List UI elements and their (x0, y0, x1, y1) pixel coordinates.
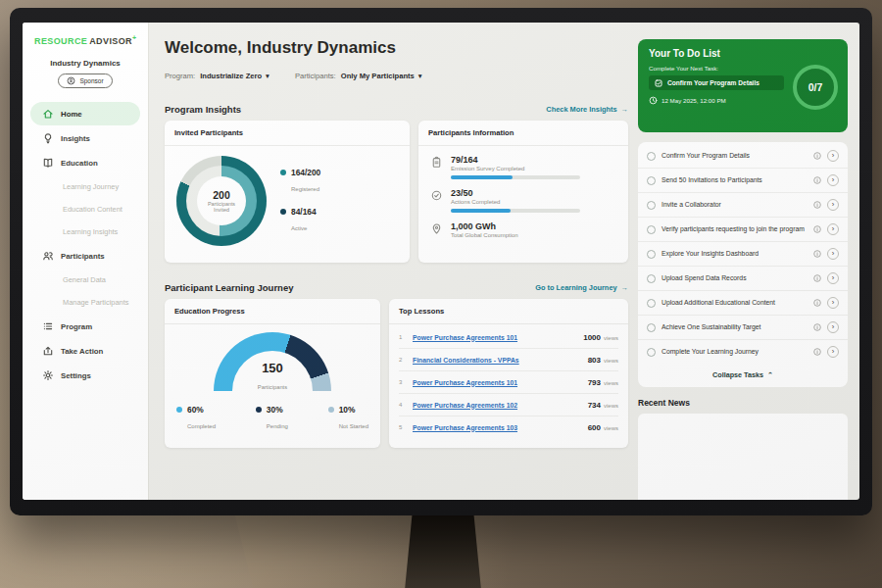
task-checkbox[interactable] (647, 152, 656, 161)
go-to-learning-journey-link[interactable]: Go to Learning Journey → (535, 283, 628, 292)
lesson-views-value: 803 (588, 356, 601, 365)
sidebar-item-education-content[interactable]: Education Content (30, 198, 140, 220)
chevron-right-icon[interactable]: › (827, 346, 839, 358)
task-row-achieve-sustainability-target[interactable]: Achieve One Sustainability Target › (638, 315, 848, 339)
info-icon[interactable] (813, 225, 821, 233)
metric-value: 1,000 GWh (451, 221, 518, 231)
legend-dot (280, 209, 286, 215)
invited-participants-donut-chart: 200 Participants Invited (176, 156, 267, 246)
donut-center-value: 200 (213, 189, 230, 201)
lesson-link[interactable]: Power Purchase Agreements 101 (413, 379, 582, 386)
chevron-right-icon[interactable]: › (827, 150, 839, 162)
task-checkbox[interactable] (647, 176, 656, 185)
sidebar-item-label: Learning Insights (63, 227, 118, 236)
lesson-views-value: 1000 (583, 333, 601, 342)
chevron-right-icon[interactable]: › (827, 223, 839, 235)
emission-survey-progress-bar (451, 175, 580, 179)
chevron-right-icon[interactable]: › (827, 272, 839, 284)
monitor: RESOURCEADVISOR+ Industry Dynamics Spons… (10, 8, 872, 515)
logo-primary: RESOURCE (34, 36, 87, 46)
sidebar-item-education[interactable]: Education (30, 151, 140, 174)
task-label: Invite a Collaborator (662, 201, 808, 210)
map-pin-icon (430, 222, 443, 235)
actions-completed-progress-bar (451, 209, 580, 213)
todo-title: Your To Do List (649, 48, 837, 59)
app-logo: RESOURCEADVISOR+ (23, 23, 148, 46)
chevron-right-icon[interactable]: › (827, 321, 839, 333)
info-icon[interactable] (813, 299, 821, 307)
learning-journey-cards: Education Progress 150 Participants (165, 299, 628, 448)
lesson-views-label: views (604, 335, 618, 341)
task-row-confirm-program[interactable]: Confirm Your Program Details › (638, 144, 848, 168)
collapse-tasks-button[interactable]: Collapse Tasks ⌃ (638, 364, 848, 385)
info-icon[interactable] (813, 152, 821, 160)
sidebar-item-insights[interactable]: Insights (30, 126, 140, 150)
task-row-explore-insights[interactable]: Explore Your Insights Dashboard › (638, 241, 848, 266)
sidebar-item-label: Education Content (63, 205, 122, 214)
legend-item-not-started: 10%Not Started (328, 405, 368, 432)
sidebar-item-program[interactable]: Program (30, 315, 140, 338)
lightbulb-icon (42, 132, 54, 144)
task-checkbox[interactable] (647, 201, 656, 210)
chevron-down-icon: ▾ (266, 72, 270, 80)
sidebar-item-label: Learning Journey (63, 182, 119, 191)
monitor-stand (405, 512, 481, 588)
task-row-invite-collaborator[interactable]: Invite a Collaborator › (638, 192, 848, 217)
info-icon[interactable] (813, 201, 821, 209)
task-label: Upload Additional Educational Content (662, 299, 808, 308)
task-checkbox[interactable] (647, 323, 656, 332)
chevron-right-icon[interactable]: › (827, 297, 839, 309)
sidebar-item-learning-journey[interactable]: Learning Journey (30, 175, 140, 198)
sidebar-item-manage-participants[interactable]: Manage Participants (30, 291, 140, 314)
top-lessons-card: Top Lessons 1 Power Purchase Agreements … (389, 299, 628, 448)
task-checkbox[interactable] (647, 250, 656, 259)
task-row-upload-spend-data[interactable]: Upload Spend Data Records › (638, 266, 848, 290)
task-checkbox[interactable] (647, 274, 656, 283)
task-label: Upload Spend Data Records (662, 274, 808, 283)
education-progress-gauge-chart: 150 Participants (214, 332, 331, 393)
chevron-right-icon[interactable]: › (827, 174, 839, 186)
info-icon[interactable] (813, 274, 821, 282)
gauge-legend: 60%Completed 30%Pending (165, 405, 380, 432)
check-circle-icon (430, 189, 443, 202)
task-checkbox[interactable] (647, 299, 656, 308)
learning-journey-header: Participant Learning Journey Go to Learn… (165, 282, 628, 293)
lesson-row: 3 Power Purchase Agreements 101 793views (399, 371, 618, 394)
program-select[interactable]: Industrialize Zero ▾ (200, 72, 270, 80)
legend-label: Not Started (339, 423, 368, 429)
chevron-right-icon[interactable]: › (827, 248, 839, 260)
task-row-send-invitations[interactable]: Send 50 Invitations to Participants › (638, 168, 848, 192)
participants-select[interactable]: Only My Participants ▾ (341, 72, 422, 80)
info-icon[interactable] (813, 323, 821, 331)
program-select-value: Industrialize Zero (200, 72, 262, 80)
lesson-link[interactable]: Power Purchase Agreements 103 (413, 424, 582, 431)
lesson-link[interactable]: Financial Considerations - VPPAs (413, 357, 582, 364)
info-icon[interactable] (813, 250, 821, 258)
task-row-verify-participants[interactable]: Verify participants requesting to join t… (638, 217, 848, 241)
task-row-upload-educational-content[interactable]: Upload Additional Educational Content › (638, 290, 848, 315)
info-icon[interactable] (813, 348, 821, 356)
sidebar-item-home[interactable]: Home (30, 102, 140, 125)
metric-label: Actions Completed (451, 199, 580, 205)
lesson-link[interactable]: Power Purchase Agreements 101 (413, 334, 577, 341)
check-more-insights-link[interactable]: Check More Insights → (546, 105, 628, 114)
lesson-link[interactable]: Power Purchase Agreements 102 (413, 402, 582, 409)
task-checkbox[interactable] (647, 348, 656, 357)
lesson-row: 5 Power Purchase Agreements 103 600views (399, 416, 618, 438)
link-label: Check More Insights (546, 105, 616, 114)
task-checkbox[interactable] (647, 225, 656, 234)
task-row-complete-learning-journey[interactable]: Complete Your Learning Journey › (638, 339, 848, 364)
list-icon (42, 320, 54, 332)
people-icon (42, 250, 54, 262)
sponsor-badge-label: Sponsor (79, 77, 103, 84)
todo-next-task-label: Confirm Your Program Details (667, 79, 760, 86)
info-icon[interactable] (813, 176, 821, 184)
sidebar-item-settings[interactable]: Settings (30, 364, 140, 387)
task-label: Send 50 Invitations to Participants (662, 176, 808, 185)
sidebar-item-take-action[interactable]: Take Action (30, 339, 140, 363)
page-title: Welcome, Industry Dynamics (165, 38, 628, 58)
sidebar-item-participants[interactable]: Participants (30, 244, 140, 268)
chevron-right-icon[interactable]: › (827, 199, 839, 211)
sidebar-item-learning-insights[interactable]: Learning Insights (30, 220, 140, 243)
sidebar-item-general-data[interactable]: General Data (30, 269, 140, 291)
